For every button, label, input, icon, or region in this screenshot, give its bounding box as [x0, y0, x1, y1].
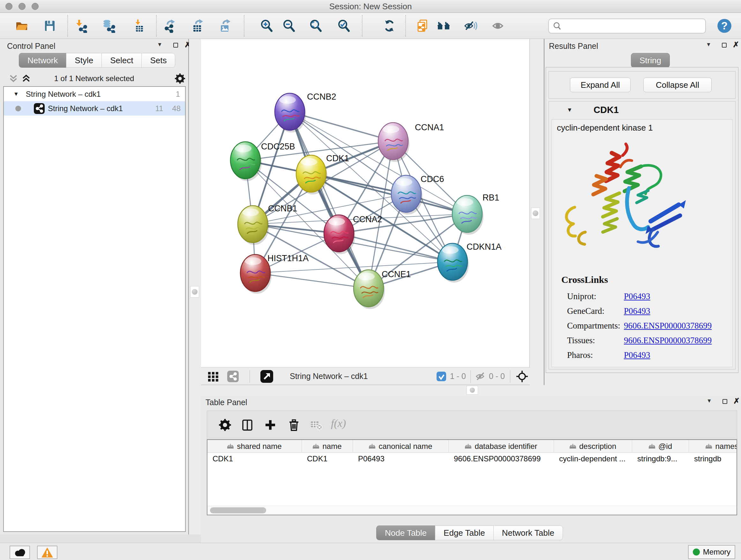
table-tab-network-table[interactable]: Network Table: [493, 525, 563, 540]
tab-sets[interactable]: Sets: [141, 53, 175, 68]
table-row[interactable]: CDK1CDK1P064939606.ENSP00000378699cyclin…: [207, 453, 737, 465]
control-panel-collapse-icon[interactable]: ▼: [157, 42, 162, 48]
table-gear-icon[interactable]: [219, 419, 231, 431]
expand-all-button[interactable]: Expand All: [570, 78, 630, 92]
network-node-rb1[interactable]: [452, 195, 483, 235]
selected-checkbox-icon[interactable]: [436, 372, 446, 381]
tree-row-collection[interactable]: ▼ String Network – cdk1 1: [4, 87, 185, 101]
toolbar-separator: [405, 15, 406, 37]
export-network-icon[interactable]: [163, 19, 177, 33]
results-panel-collapse-icon[interactable]: ▼: [706, 42, 711, 48]
memory-button[interactable]: Memory: [688, 545, 735, 559]
crosslinks-list: Uniprot:P06493GeneCard:P06493Compartment…: [561, 289, 727, 362]
import-network-database-icon[interactable]: [102, 19, 116, 33]
crosslink-uniprot-[interactable]: P06493: [624, 292, 650, 301]
network-graph[interactable]: CCNB2CCNA1CDC25BCDK1CDC6RB1CCNB1CCNA2CDK…: [201, 39, 530, 367]
column-header-canonical-name[interactable]: canonical name: [353, 440, 449, 452]
table-panel-divider[interactable]: [201, 385, 741, 396]
add-column-icon[interactable]: [264, 419, 277, 431]
toolbar-separator: [510, 370, 510, 383]
control-panel-float-icon[interactable]: [173, 43, 178, 49]
column-header-name[interactable]: name: [302, 440, 353, 452]
network-node-ccne1[interactable]: [354, 270, 385, 309]
gene-details: cyclin-dependent kinase 1: [551, 119, 733, 367]
results-tab-string[interactable]: String: [631, 53, 670, 68]
column-attribute-icon: [313, 443, 319, 449]
results-panel-close-icon[interactable]: ✗: [733, 40, 739, 49]
horizontal-scrollbar[interactable]: [207, 506, 737, 515]
search-field[interactable]: [548, 18, 706, 34]
open-session-icon[interactable]: [15, 19, 29, 33]
birds-eye-view-icon[interactable]: [516, 370, 529, 383]
column-header-namespace[interactable]: namespace: [689, 440, 737, 452]
refresh-icon[interactable]: [382, 19, 396, 33]
export-image-icon[interactable]: [218, 19, 232, 33]
warnings-button[interactable]: [37, 546, 57, 559]
divider-handle[interactable]: [467, 386, 478, 395]
table-tab-edge-table[interactable]: Edge Table: [435, 525, 494, 540]
network-node-cdc6[interactable]: [391, 175, 422, 214]
crosslink-genecard-[interactable]: P06493: [624, 306, 650, 316]
tab-style[interactable]: Style: [66, 53, 102, 68]
table-panel-close-icon[interactable]: ✗: [733, 396, 740, 406]
string-home-icon[interactable]: [436, 19, 451, 33]
network-node-hist1h1a[interactable]: [240, 254, 272, 294]
crosslink-tissues-[interactable]: 9606.ENSP00000378699: [624, 335, 712, 346]
grid-view-icon[interactable]: [207, 371, 219, 382]
show-columns-icon[interactable]: [241, 419, 254, 431]
results-panel-title: Results Panel: [549, 42, 598, 51]
save-session-icon[interactable]: [43, 19, 57, 33]
table-tab-node-table[interactable]: Node Table: [376, 525, 435, 540]
zoom-out-icon[interactable]: [282, 19, 296, 33]
network-node-ccnb2[interactable]: [275, 93, 306, 132]
crosslink-pharos-[interactable]: P06493: [624, 350, 650, 360]
results-panel: Results Panel ▼ ✗ String Expand All Coll…: [544, 39, 741, 396]
export-table-icon[interactable]: [191, 19, 205, 33]
help-icon[interactable]: ?: [717, 18, 732, 34]
zoom-fit-icon[interactable]: [309, 19, 323, 33]
search-input[interactable]: [562, 21, 699, 31]
results-panel-divider[interactable]: [530, 39, 544, 396]
table-panel-collapse-icon[interactable]: ▼: [706, 398, 712, 404]
network-node-cdk1[interactable]: [296, 155, 327, 194]
results-panel-float-icon[interactable]: [722, 43, 727, 49]
import-network-file-icon[interactable]: [74, 19, 88, 33]
network-edge-HIST1H1A-CCNE1[interactable]: [255, 273, 368, 288]
network-node-cdkn1a[interactable]: [437, 243, 469, 283]
crosslink-compartments-[interactable]: 9606.ENSP00000378699: [624, 321, 712, 331]
column-header-shared-name[interactable]: shared name: [207, 440, 302, 452]
network-canvas[interactable]: CCNB2CCNA1CDC25BCDK1CDC6RB1CCNB1CCNA2CDK…: [201, 39, 530, 367]
column-header-description[interactable]: description: [554, 440, 632, 452]
column-header--id[interactable]: @id: [632, 440, 689, 452]
divider-handle[interactable]: [531, 207, 540, 219]
divider-handle[interactable]: [190, 286, 199, 298]
zoom-selected-icon[interactable]: [337, 19, 351, 33]
table-panel-float-icon[interactable]: [723, 399, 727, 405]
tab-network[interactable]: Network: [19, 53, 66, 68]
scrollbar-thumb[interactable]: [210, 507, 266, 513]
gear-icon[interactable]: [175, 73, 185, 84]
cloud-button[interactable]: [10, 546, 30, 559]
network-view-share-icon[interactable]: [227, 371, 239, 382]
delete-column-icon[interactable]: [287, 419, 300, 431]
collapse-all-button[interactable]: Collapse All: [643, 78, 712, 92]
string-show-eye-icon[interactable]: [492, 19, 506, 33]
tree-expand-icon[interactable]: ▼: [13, 91, 19, 98]
window-zoom-button[interactable]: [31, 3, 39, 10]
tree-row-network[interactable]: String Network – cdk1 11 48: [4, 101, 185, 116]
window-close-button[interactable]: [5, 3, 12, 10]
import-table-icon[interactable]: [132, 19, 146, 33]
network-node-ccna1[interactable]: [378, 123, 409, 162]
string-hide-glasses-icon[interactable]: [463, 19, 477, 33]
left-panel-divider[interactable]: [189, 39, 201, 535]
network-node-ccna2[interactable]: [324, 215, 355, 254]
window-minimize-button[interactable]: [18, 3, 25, 10]
copy-string-network-icon[interactable]: [415, 19, 429, 33]
detach-view-icon[interactable]: [260, 370, 273, 383]
table-toolbar: f(x): [207, 411, 737, 439]
zoom-in-icon[interactable]: [260, 19, 274, 33]
gene-section-collapse-icon[interactable]: ▼: [567, 107, 572, 113]
tab-select[interactable]: Select: [102, 53, 142, 68]
network-node-ccnb1[interactable]: [238, 206, 269, 245]
column-header-database-identifier[interactable]: database identifier: [449, 440, 554, 452]
